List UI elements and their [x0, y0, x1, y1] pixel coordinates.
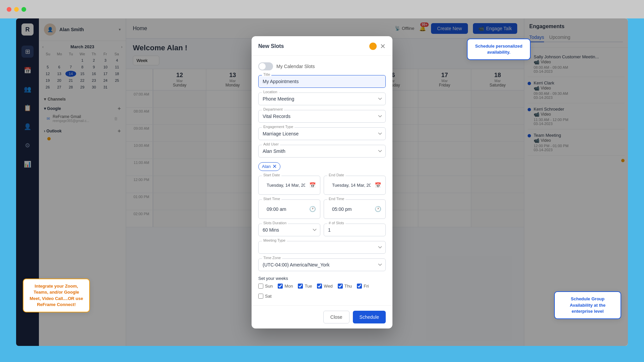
- title-input[interactable]: [259, 75, 385, 87]
- tooltip-right: Schedule Group Availability at the enter…: [554, 291, 621, 319]
- department-label: Department: [262, 107, 284, 111]
- start-date-input[interactable]: [263, 179, 309, 191]
- calendar-icon[interactable]: 📅: [375, 182, 381, 188]
- slots-duration-group: Slots Duration 60 Mins 30 Mins 15 Mins: [258, 224, 320, 236]
- time-row: Start Time 🕐 End Time 🕐: [258, 199, 386, 219]
- meeting-type-select[interactable]: [259, 241, 385, 253]
- title-field-group: Title: [258, 75, 386, 88]
- day-checkbox-thu[interactable]: Thu: [338, 284, 352, 289]
- department-field-group: Department Vital Records: [258, 110, 386, 123]
- toggle-thumb: [259, 63, 266, 70]
- toggle-label: My Calendar Slots: [276, 64, 315, 69]
- meeting-type-field-group: Meeting Type: [258, 241, 386, 254]
- add-user-label: Add User: [262, 142, 280, 146]
- add-user-select[interactable]: Alan Smith: [259, 145, 385, 157]
- num-slots-input[interactable]: [324, 224, 385, 236]
- modal-title: New Slots: [258, 43, 284, 49]
- date-row: Start Date 📅 End Date 📅: [258, 176, 386, 195]
- start-time-group: Start Time 🕐: [258, 199, 320, 219]
- close-icon[interactable]: ✕: [380, 42, 386, 50]
- day-checkbox-sat[interactable]: Sat: [258, 294, 272, 299]
- weeks-title: Set your weeks: [258, 276, 386, 281]
- location-select[interactable]: Phone Meeting Video Call In Person: [259, 93, 385, 105]
- location-label: Location: [262, 90, 279, 94]
- calendar-icon[interactable]: 📅: [309, 182, 316, 188]
- start-time-label: Start Time: [262, 197, 281, 201]
- end-date-input[interactable]: [328, 179, 375, 191]
- end-time-input[interactable]: [328, 203, 375, 215]
- tag-remove-icon[interactable]: ✕: [272, 164, 277, 169]
- day-checkbox-tue[interactable]: Tue: [298, 284, 312, 289]
- traffic-light-green[interactable]: [21, 7, 26, 12]
- modal-overlay: New Slots ✕ My Calendar Slots: [16, 18, 628, 346]
- engagement-type-label: Engagement Type: [262, 125, 294, 129]
- location-field-group: Location Phone Meeting Video Call In Per…: [258, 93, 386, 105]
- tooltip-top-right: Schedule personalized availability.: [467, 39, 531, 60]
- close-button[interactable]: Close: [323, 311, 350, 323]
- end-date-label: End Date: [327, 173, 345, 177]
- add-user-field-group: Add User Alan Smith: [258, 145, 386, 158]
- start-date-label: Start Date: [262, 173, 281, 177]
- user-tags: Alan ✕: [258, 162, 386, 171]
- calendar-slots-toggle[interactable]: [258, 62, 273, 70]
- traffic-light-yellow[interactable]: [14, 7, 19, 12]
- day-checkbox-mon[interactable]: Mon: [278, 284, 293, 289]
- clock-icon: 🕐: [375, 206, 381, 212]
- meeting-type-label: Meeting Type: [262, 238, 287, 242]
- schedule-button[interactable]: Schedule: [353, 311, 386, 323]
- tooltip-left: Integrate your Zoom, Teams, and/or Googl…: [23, 279, 90, 312]
- slots-duration-label: Slots Duration: [262, 221, 288, 225]
- timezone-select[interactable]: (UTC-04:00) America/New_York: [259, 259, 385, 271]
- engagement-type-select[interactable]: Marriage License: [259, 128, 385, 140]
- day-checkbox-fri[interactable]: Fri: [357, 284, 369, 289]
- num-slots-label: # of Slots: [327, 221, 345, 225]
- slots-duration-select[interactable]: 60 Mins 30 Mins 15 Mins: [259, 224, 320, 236]
- engagement-type-field-group: Engagement Type Marriage License: [258, 127, 386, 140]
- end-time-label: End Time: [327, 197, 345, 201]
- start-time-input[interactable]: [263, 203, 309, 215]
- modal-body: My Calendar Slots Title Location Phone M…: [252, 56, 392, 305]
- modal-header: New Slots ✕: [252, 36, 392, 56]
- traffic-light-red[interactable]: [7, 7, 11, 12]
- end-date-group: End Date 📅: [324, 176, 386, 195]
- department-select[interactable]: Vital Records: [259, 110, 385, 122]
- day-checkbox-wed[interactable]: Wed: [317, 284, 333, 289]
- title-label: Title: [262, 72, 271, 76]
- weeks-section: Set your weeks Sun Mon Tue Wed: [258, 276, 386, 299]
- slots-row: Slots Duration 60 Mins 30 Mins 15 Mins #…: [258, 224, 386, 236]
- user-tag-alan: Alan ✕: [258, 162, 280, 171]
- calendar-slots-toggle-row: My Calendar Slots: [258, 62, 386, 70]
- end-time-group: End Time 🕐: [324, 199, 386, 219]
- num-slots-group: # of Slots: [324, 224, 386, 236]
- start-date-group: Start Date 📅: [258, 176, 320, 195]
- days-checkbox-row: Sun Mon Tue Wed Thu: [258, 284, 386, 299]
- tag-label: Alan: [262, 164, 271, 169]
- new-slots-modal: New Slots ✕ My Calendar Slots: [252, 36, 392, 328]
- clock-icon: 🕐: [309, 206, 316, 212]
- timezone-field-group: Time Zone (UTC-04:00) America/New_York: [258, 258, 386, 271]
- modal-orange-dot: [369, 43, 377, 50]
- modal-footer: Close Schedule: [252, 305, 392, 328]
- day-checkbox-sun[interactable]: Sun: [258, 284, 273, 289]
- timezone-label: Time Zone: [262, 256, 282, 260]
